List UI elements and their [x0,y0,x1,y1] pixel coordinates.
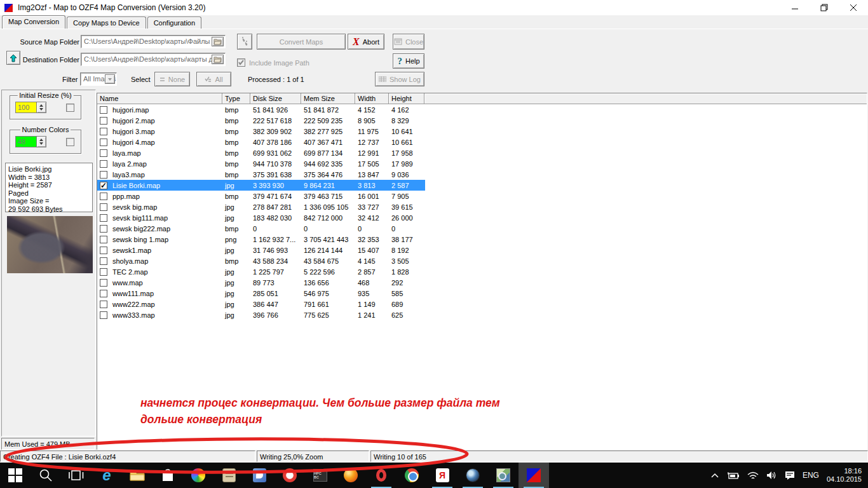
row-checkbox[interactable] [100,279,107,287]
row-checkbox[interactable] [100,182,107,189]
table-row[interactable]: www222.mapjpg386 447791 6611 149689 [97,299,425,309]
table-row[interactable]: ppp.mapbmp379 471 674379 463 71516 0017 … [97,191,425,201]
table-row[interactable]: sewsk bing 1.mappng1 162 932 7...3 705 4… [97,234,425,245]
include-image-path-checkbox[interactable] [237,58,245,67]
column-header-height[interactable]: Height [389,93,424,104]
row-checkbox[interactable] [100,139,107,146]
volume-icon[interactable] [766,471,777,480]
row-checkbox[interactable] [100,301,107,308]
blue-document-app-button[interactable] [244,463,275,488]
dropdown-arrow-icon[interactable] [105,74,115,84]
table-row[interactable]: sewsk1.mapjpg31 746 993126 214 14415 407… [97,245,425,255]
spinner-arrows-icon[interactable] [36,102,46,113]
minimize-button[interactable] [780,0,810,15]
tab-map-conversion[interactable]: Map Conversion [2,15,65,29]
table-row[interactable]: laya.mapbmp699 931 062699 877 13412 9911… [97,147,425,158]
taskbar-search-button[interactable] [31,463,61,488]
file-explorer-button[interactable] [122,463,153,488]
organizer-app-button[interactable] [214,463,244,488]
abort-button[interactable]: X Abort [348,34,384,50]
select-none-button[interactable]: None [154,72,190,86]
task-view-button[interactable] [61,463,92,488]
table-row[interactable]: sevsk big111.mapjpg183 482 030842 712 00… [97,212,425,223]
row-checkbox[interactable] [100,106,107,114]
row-checkbox[interactable] [100,171,107,179]
row-checkbox[interactable] [100,290,107,297]
tab-copy-maps-to-device[interactable]: Copy Maps to Device [67,17,146,29]
table-row[interactable]: www333.mapjpg396 766775 6251 241625 [97,309,425,320]
yandex-browser-button[interactable] [275,463,305,488]
tab-configuration[interactable]: Configuration [147,17,201,29]
column-header-disk-size[interactable]: Disk Size [250,93,301,104]
row-checkbox[interactable] [100,193,107,200]
table-row[interactable]: hujgori 2.mapbmp222 517 618222 509 2358 … [97,115,425,126]
number-colors-value[interactable]: 48 [15,136,36,147]
windows-store-button[interactable] [153,463,183,488]
tray-chevron-icon[interactable] [710,472,719,478]
feet-button[interactable] [237,34,252,50]
table-row[interactable]: laya 2.mapbmp944 710 378944 692 33517 50… [97,158,425,169]
yandex-app-button[interactable]: Я [427,463,458,488]
table-row[interactable]: TEC 2.mapjpg1 225 7975 222 5962 8571 828 [97,266,425,277]
colors-lock-checkbox[interactable] [66,138,74,146]
row-checkbox[interactable] [100,160,107,168]
table-row[interactable]: www111.mapjpg285 051546 975935585 [97,288,425,299]
row-checkbox[interactable] [100,149,107,157]
help-button[interactable]: ? Help [393,53,424,69]
sas-planet-button[interactable] [458,463,488,488]
table-row[interactable]: sholya.mapbmp43 588 23443 584 6754 1453 … [97,255,425,266]
table-row[interactable]: www.mapjpg89 773136 656468292 [97,277,425,288]
chrome-button[interactable] [397,463,427,488]
number-colors-spinner[interactable]: 48 [15,136,46,149]
column-header-type[interactable]: Type [222,93,250,104]
initial-resize-spinner[interactable]: 100 [15,102,46,114]
column-header-mem-size[interactable]: Mem Size [301,93,355,104]
column-header-width[interactable]: Width [355,93,389,104]
row-checkbox[interactable] [100,214,107,222]
color-wheel-app-button[interactable] [183,463,214,488]
convert-maps-button[interactable]: Convert Maps [257,34,346,50]
language-indicator[interactable]: ENG [803,471,819,480]
internet-explorer-button[interactable]: e [92,463,122,488]
table-row[interactable]: laya3.mapbmp375 391 638375 364 47613 847… [97,169,425,180]
row-checkbox[interactable] [100,117,107,125]
row-checkbox[interactable] [100,203,107,211]
filter-dropdown[interactable]: All Images [80,72,117,86]
row-checkbox[interactable] [100,236,107,243]
table-row[interactable]: hujgori 4.mapbmp407 378 186407 367 47112… [97,137,425,147]
row-checkbox[interactable] [100,128,107,135]
source-folder-input[interactable]: C:\Users\Андрей\Desktop\карты\Файлы S [81,35,226,48]
column-header-name[interactable]: Name [97,93,222,104]
table-row[interactable]: Lisie Borki.mapjpg3 393 9309 864 2313 81… [97,180,425,191]
battery-icon[interactable] [727,471,740,480]
show-log-button[interactable]: Show Log [375,72,424,86]
wifi-icon[interactable] [747,471,759,480]
table-row[interactable]: hujgori 3.mapbmp382 309 902382 277 92511… [97,126,425,137]
initial-resize-value[interactable]: 100 [15,102,36,113]
browse-destination-folder-button[interactable] [212,55,224,64]
row-checkbox[interactable] [100,247,107,254]
row-checkbox[interactable] [100,311,107,319]
select-all-button[interactable]: All [196,72,231,86]
notification-icon[interactable] [785,471,795,480]
table-row[interactable]: hujgori.mapbmp51 841 92651 841 8724 1524… [97,104,425,115]
close-window-button[interactable] [839,0,868,15]
table-row[interactable]: sevsk big.mapjpg278 847 2811 336 095 105… [97,201,425,212]
close-button[interactable]: Close [393,34,424,50]
destination-folder-input[interactable]: C:\Users\Андрей\Desktop\карты\карты дл [81,53,226,66]
start-button[interactable] [0,463,31,488]
firefox-button[interactable] [336,463,366,488]
row-checkbox[interactable] [100,268,107,276]
clock[interactable]: 18:16 04.10.2015 [827,467,862,484]
restore-button[interactable] [810,0,839,15]
table-row[interactable]: sewsk big222.mapbmp0000 [97,223,425,234]
row-checkbox[interactable] [100,225,107,233]
spinner-arrows-icon[interactable] [36,136,46,147]
browse-source-folder-button[interactable] [212,37,224,46]
resize-lock-checkbox[interactable] [66,104,74,112]
img2ozf-taskbar-button[interactable] [519,463,549,488]
map-viewer-button[interactable] [488,463,519,488]
media-converter-button[interactable]: HPC BC [305,463,336,488]
row-checkbox[interactable] [100,257,107,265]
opera-button[interactable] [366,463,397,488]
